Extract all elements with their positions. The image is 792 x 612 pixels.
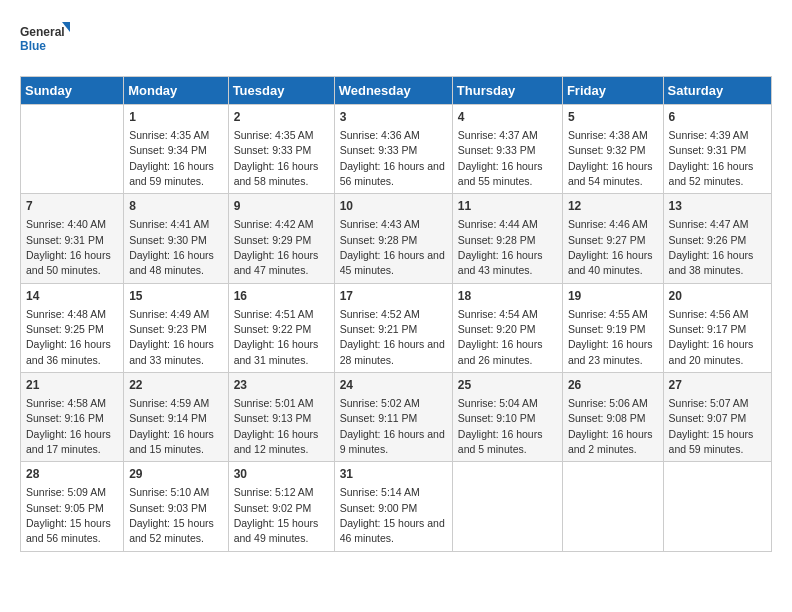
calendar-cell: 4 Sunrise: 4:37 AM Sunset: 9:33 PM Dayli… xyxy=(452,105,562,194)
daylight-info: Daylight: 16 hours and 33 minutes. xyxy=(129,338,214,365)
daylight-info: Daylight: 16 hours and 2 minutes. xyxy=(568,428,653,455)
sunrise-info: Sunrise: 4:38 AM xyxy=(568,129,648,141)
calendar-cell: 13 Sunrise: 4:47 AM Sunset: 9:26 PM Dayl… xyxy=(663,194,771,283)
day-number: 27 xyxy=(669,377,766,394)
sunset-info: Sunset: 9:03 PM xyxy=(129,502,207,514)
day-number: 16 xyxy=(234,288,329,305)
sunset-info: Sunset: 9:27 PM xyxy=(568,234,646,246)
daylight-info: Daylight: 16 hours and 55 minutes. xyxy=(458,160,543,187)
calendar-cell: 9 Sunrise: 4:42 AM Sunset: 9:29 PM Dayli… xyxy=(228,194,334,283)
sunrise-info: Sunrise: 4:41 AM xyxy=(129,218,209,230)
sunset-info: Sunset: 9:22 PM xyxy=(234,323,312,335)
sunset-info: Sunset: 9:34 PM xyxy=(129,144,207,156)
calendar-cell: 29 Sunrise: 5:10 AM Sunset: 9:03 PM Dayl… xyxy=(124,462,228,551)
calendar-cell: 15 Sunrise: 4:49 AM Sunset: 9:23 PM Dayl… xyxy=(124,283,228,372)
day-number: 3 xyxy=(340,109,447,126)
day-number: 28 xyxy=(26,466,118,483)
sunrise-info: Sunrise: 4:46 AM xyxy=(568,218,648,230)
calendar-cell: 16 Sunrise: 4:51 AM Sunset: 9:22 PM Dayl… xyxy=(228,283,334,372)
day-number: 7 xyxy=(26,198,118,215)
calendar-cell: 5 Sunrise: 4:38 AM Sunset: 9:32 PM Dayli… xyxy=(562,105,663,194)
col-sunday: Sunday xyxy=(21,77,124,105)
daylight-info: Daylight: 16 hours and 54 minutes. xyxy=(568,160,653,187)
calendar-week-3: 14 Sunrise: 4:48 AM Sunset: 9:25 PM Dayl… xyxy=(21,283,772,372)
calendar-cell: 23 Sunrise: 5:01 AM Sunset: 9:13 PM Dayl… xyxy=(228,373,334,462)
logo-svg: General Blue xyxy=(20,20,70,60)
daylight-info: Daylight: 16 hours and 58 minutes. xyxy=(234,160,319,187)
sunset-info: Sunset: 9:21 PM xyxy=(340,323,418,335)
calendar-cell: 22 Sunrise: 4:59 AM Sunset: 9:14 PM Dayl… xyxy=(124,373,228,462)
day-number: 31 xyxy=(340,466,447,483)
daylight-info: Daylight: 15 hours and 46 minutes. xyxy=(340,517,445,544)
svg-text:General: General xyxy=(20,25,65,39)
sunrise-info: Sunrise: 4:49 AM xyxy=(129,308,209,320)
sunrise-info: Sunrise: 4:40 AM xyxy=(26,218,106,230)
calendar-cell: 24 Sunrise: 5:02 AM Sunset: 9:11 PM Dayl… xyxy=(334,373,452,462)
sunset-info: Sunset: 9:33 PM xyxy=(234,144,312,156)
day-number: 26 xyxy=(568,377,658,394)
daylight-info: Daylight: 16 hours and 38 minutes. xyxy=(669,249,754,276)
day-number: 4 xyxy=(458,109,557,126)
sunset-info: Sunset: 9:23 PM xyxy=(129,323,207,335)
sunset-info: Sunset: 9:28 PM xyxy=(458,234,536,246)
calendar-cell: 31 Sunrise: 5:14 AM Sunset: 9:00 PM Dayl… xyxy=(334,462,452,551)
day-number: 22 xyxy=(129,377,222,394)
sunrise-info: Sunrise: 5:09 AM xyxy=(26,486,106,498)
daylight-info: Daylight: 16 hours and 9 minutes. xyxy=(340,428,445,455)
sunrise-info: Sunrise: 4:39 AM xyxy=(669,129,749,141)
svg-text:Blue: Blue xyxy=(20,39,46,53)
calendar-cell: 1 Sunrise: 4:35 AM Sunset: 9:34 PM Dayli… xyxy=(124,105,228,194)
calendar-week-1: 1 Sunrise: 4:35 AM Sunset: 9:34 PM Dayli… xyxy=(21,105,772,194)
day-number: 9 xyxy=(234,198,329,215)
day-number: 23 xyxy=(234,377,329,394)
sunrise-info: Sunrise: 4:35 AM xyxy=(234,129,314,141)
sunset-info: Sunset: 9:17 PM xyxy=(669,323,747,335)
sunrise-info: Sunrise: 5:01 AM xyxy=(234,397,314,409)
calendar-cell xyxy=(452,462,562,551)
daylight-info: Daylight: 16 hours and 47 minutes. xyxy=(234,249,319,276)
daylight-info: Daylight: 16 hours and 50 minutes. xyxy=(26,249,111,276)
daylight-info: Daylight: 16 hours and 43 minutes. xyxy=(458,249,543,276)
sunset-info: Sunset: 9:29 PM xyxy=(234,234,312,246)
day-number: 21 xyxy=(26,377,118,394)
sunrise-info: Sunrise: 4:36 AM xyxy=(340,129,420,141)
daylight-info: Daylight: 15 hours and 49 minutes. xyxy=(234,517,319,544)
calendar-cell: 17 Sunrise: 4:52 AM Sunset: 9:21 PM Dayl… xyxy=(334,283,452,372)
calendar-cell: 25 Sunrise: 5:04 AM Sunset: 9:10 PM Dayl… xyxy=(452,373,562,462)
day-number: 25 xyxy=(458,377,557,394)
sunset-info: Sunset: 9:20 PM xyxy=(458,323,536,335)
sunset-info: Sunset: 9:10 PM xyxy=(458,412,536,424)
day-number: 13 xyxy=(669,198,766,215)
day-number: 18 xyxy=(458,288,557,305)
calendar-cell: 21 Sunrise: 4:58 AM Sunset: 9:16 PM Dayl… xyxy=(21,373,124,462)
day-number: 20 xyxy=(669,288,766,305)
sunset-info: Sunset: 9:02 PM xyxy=(234,502,312,514)
calendar-week-4: 21 Sunrise: 4:58 AM Sunset: 9:16 PM Dayl… xyxy=(21,373,772,462)
sunset-info: Sunset: 9:14 PM xyxy=(129,412,207,424)
day-number: 5 xyxy=(568,109,658,126)
day-number: 6 xyxy=(669,109,766,126)
sunrise-info: Sunrise: 5:06 AM xyxy=(568,397,648,409)
sunrise-info: Sunrise: 4:52 AM xyxy=(340,308,420,320)
sunset-info: Sunset: 9:25 PM xyxy=(26,323,104,335)
day-number: 19 xyxy=(568,288,658,305)
sunset-info: Sunset: 9:31 PM xyxy=(669,144,747,156)
sunrise-info: Sunrise: 4:58 AM xyxy=(26,397,106,409)
page-header: General Blue xyxy=(20,20,772,60)
daylight-info: Daylight: 16 hours and 59 minutes. xyxy=(129,160,214,187)
daylight-info: Daylight: 16 hours and 56 minutes. xyxy=(340,160,445,187)
calendar-cell: 12 Sunrise: 4:46 AM Sunset: 9:27 PM Dayl… xyxy=(562,194,663,283)
daylight-info: Daylight: 16 hours and 23 minutes. xyxy=(568,338,653,365)
sunset-info: Sunset: 9:11 PM xyxy=(340,412,418,424)
day-number: 14 xyxy=(26,288,118,305)
sunrise-info: Sunrise: 5:12 AM xyxy=(234,486,314,498)
sunrise-info: Sunrise: 4:51 AM xyxy=(234,308,314,320)
sunset-info: Sunset: 9:28 PM xyxy=(340,234,418,246)
calendar-cell: 30 Sunrise: 5:12 AM Sunset: 9:02 PM Dayl… xyxy=(228,462,334,551)
daylight-info: Daylight: 16 hours and 48 minutes. xyxy=(129,249,214,276)
daylight-info: Daylight: 16 hours and 5 minutes. xyxy=(458,428,543,455)
daylight-info: Daylight: 16 hours and 40 minutes. xyxy=(568,249,653,276)
daylight-info: Daylight: 16 hours and 52 minutes. xyxy=(669,160,754,187)
sunrise-info: Sunrise: 4:44 AM xyxy=(458,218,538,230)
daylight-info: Daylight: 16 hours and 26 minutes. xyxy=(458,338,543,365)
